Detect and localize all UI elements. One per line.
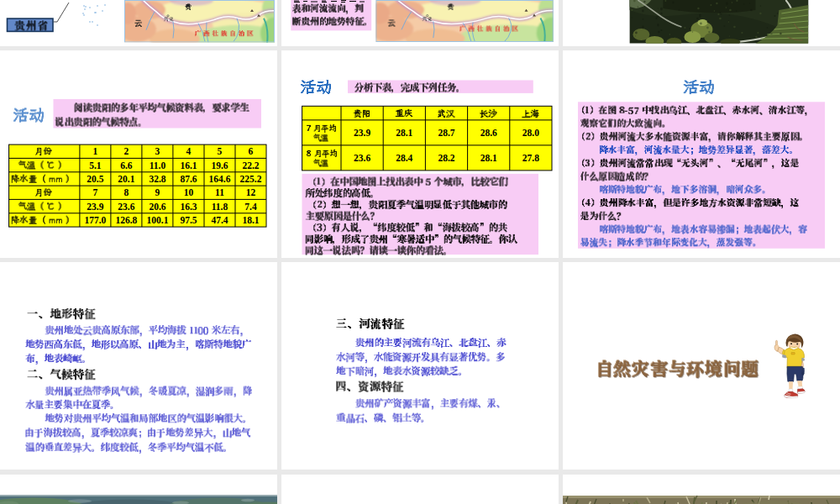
svg-text:28.7: 28.7 xyxy=(438,128,454,138)
svg-text:164.6: 164.6 xyxy=(209,174,231,184)
svg-text:1: 1 xyxy=(93,146,98,156)
svg-text:11.8: 11.8 xyxy=(212,201,228,211)
svg-text:8: 8 xyxy=(124,187,129,197)
svg-text:97.5: 97.5 xyxy=(180,215,197,225)
svg-text:5.1: 5.1 xyxy=(89,160,102,170)
svg-text:12: 12 xyxy=(246,187,256,197)
svg-text:28.2: 28.2 xyxy=(438,153,454,163)
svg-text:126.8: 126.8 xyxy=(115,215,137,225)
svg-text:19.6: 19.6 xyxy=(211,160,228,170)
svg-text:10: 10 xyxy=(184,187,194,197)
svg-text:11: 11 xyxy=(215,187,224,197)
svg-text:87.6: 87.6 xyxy=(180,174,197,184)
svg-text:5: 5 xyxy=(218,146,223,156)
svg-text:28.1: 28.1 xyxy=(396,128,412,138)
svg-text:23.9: 23.9 xyxy=(87,201,103,211)
svg-text:20.5: 20.5 xyxy=(87,174,103,184)
svg-text:7.4: 7.4 xyxy=(244,201,257,211)
svg-text:28.1: 28.1 xyxy=(480,153,497,163)
svg-text:20.6: 20.6 xyxy=(149,201,165,211)
svg-text:16.1: 16.1 xyxy=(180,160,197,170)
svg-text:3: 3 xyxy=(155,146,160,156)
svg-text:7: 7 xyxy=(93,187,98,197)
svg-text:9: 9 xyxy=(155,187,160,197)
svg-text:18.1: 18.1 xyxy=(242,215,259,225)
svg-text:100.1: 100.1 xyxy=(147,215,169,225)
svg-text:23.6: 23.6 xyxy=(118,201,134,211)
svg-text:2: 2 xyxy=(124,146,129,156)
svg-text:28.4: 28.4 xyxy=(396,153,412,163)
svg-text:23.6: 23.6 xyxy=(354,153,370,163)
svg-text:225.2: 225.2 xyxy=(240,174,262,184)
svg-text:177.0: 177.0 xyxy=(84,215,106,225)
svg-text:6.6: 6.6 xyxy=(120,160,133,170)
svg-text:47.4: 47.4 xyxy=(211,215,228,225)
svg-text:22.2: 22.2 xyxy=(242,160,259,170)
svg-text:4: 4 xyxy=(186,146,192,156)
svg-text:6: 6 xyxy=(249,146,254,156)
svg-text:27.8: 27.8 xyxy=(522,153,539,163)
svg-text:28.6: 28.6 xyxy=(480,128,497,138)
svg-text:23.9: 23.9 xyxy=(354,128,370,138)
svg-text:32.8: 32.8 xyxy=(149,174,165,184)
svg-text:11.0: 11.0 xyxy=(150,160,166,170)
svg-text:16.3: 16.3 xyxy=(180,201,197,211)
svg-text:20.1: 20.1 xyxy=(118,174,134,184)
svg-text:28.0: 28.0 xyxy=(522,128,539,138)
